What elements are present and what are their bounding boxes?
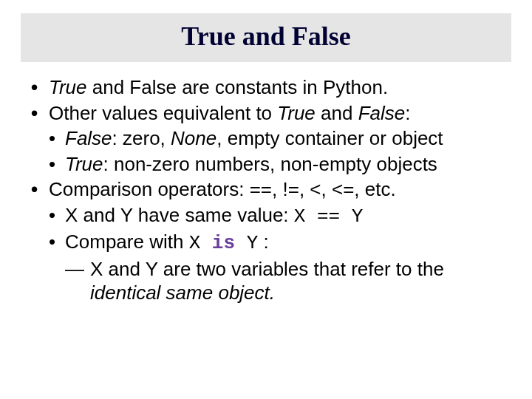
text: and False are constants in Python. [87,76,389,98]
text-true: True [65,153,103,175]
text: Compare with [65,231,189,253]
code-is: is [212,232,235,254]
code-y: Y [235,232,258,254]
text-none: None [171,127,216,149]
bullet-is: Compare with X is Y : [31,230,501,256]
text-true: True [49,76,87,98]
text: : zero, [112,127,171,149]
text: : [258,231,268,253]
bullet-true-equiv: True: non-zero numbers, non-empty object… [31,152,501,177]
text: , empty container or object [216,127,443,149]
text-true: True [277,102,316,124]
text: Comparison operators: ==, !=, <, <=, etc… [49,178,396,200]
text: X and Y have same value: [65,204,294,226]
bullet-eq-value: X and Y have same value: X == Y [31,203,501,229]
title-bar: True and False [21,13,511,62]
bullet-comparison: Comparison operators: ==, !=, <, <=, etc… [31,177,501,202]
text: : [405,102,410,124]
code-x: X [189,232,212,254]
bullet-constants: True and False are constants in Python. [31,75,501,100]
text: X and Y are two variables that refer to … [90,258,444,280]
code-eq: X == Y [294,205,364,228]
text-false: False [65,127,112,149]
slide: True and False True and False are consta… [0,0,532,399]
text-identical: identical same object. [90,282,275,304]
text: Other values equivalent to [49,102,277,124]
bullet-identical: X and Y are two variables that refer to … [31,257,501,305]
text: and [316,102,358,124]
slide-content: True and False are constants in Python. … [21,75,511,305]
slide-title: True and False [21,21,511,52]
bullet-equivalents: Other values equivalent to True and Fals… [31,101,501,126]
text: : non-zero numbers, non-empty objects [103,153,437,175]
text-false: False [358,102,406,124]
bullet-false-equiv: False: zero, None, empty container or ob… [31,126,501,151]
